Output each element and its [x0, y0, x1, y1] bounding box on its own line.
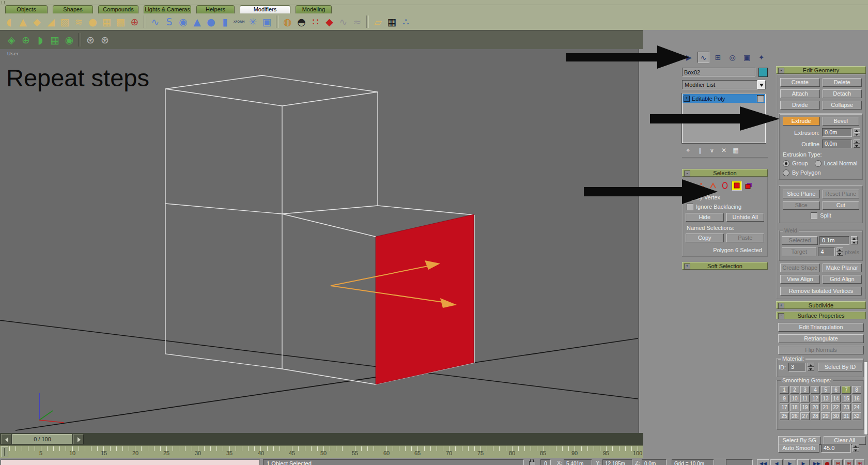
percent-snap-icon[interactable]: ◗: [33, 33, 48, 47]
smoothing-group-button[interactable]: 9: [780, 395, 789, 402]
user-viewport[interactable]: User Repeat steps: [0, 49, 639, 433]
mini-listener[interactable]: [1, 459, 260, 465]
ffd-cylinder-icon[interactable]: ◓: [295, 15, 308, 28]
hide-button[interactable]: Hide: [686, 213, 724, 222]
edge-subobject-icon[interactable]: [708, 181, 718, 191]
chevron-down-icon[interactable]: [757, 80, 766, 89]
material-id-spinner[interactable]: [808, 363, 814, 371]
weld-target-field[interactable]: 4: [818, 247, 835, 256]
panel-scrollbar[interactable]: [864, 362, 868, 435]
make-planar-button[interactable]: Make Planar: [823, 264, 862, 272]
time-slider[interactable]: 0 / 100: [12, 434, 72, 444]
mesh-select-icon[interactable]: ▣: [260, 15, 274, 28]
smoothing-group-button[interactable]: 5: [821, 386, 830, 394]
remove-modifier-icon[interactable]: ✕: [720, 146, 728, 154]
surface-plane-icon[interactable]: ▱: [371, 15, 385, 28]
stack-onoff-toggle[interactable]: [757, 95, 764, 102]
ffd-sphere-icon[interactable]: ◍: [281, 15, 295, 28]
utilities-tab-icon[interactable]: ✦: [755, 52, 767, 63]
polygon-subobject-icon[interactable]: [732, 181, 742, 191]
divide-button[interactable]: Divide: [780, 101, 820, 110]
viewport-label[interactable]: User: [7, 51, 19, 56]
show-end-result-icon[interactable]: ∥: [696, 146, 704, 154]
bones-icon[interactable]: S: [162, 15, 176, 28]
tab-helpers[interactable]: Helpers: [196, 5, 235, 13]
ripple-icon[interactable]: ≋: [72, 15, 86, 28]
ignore-backfacing-checkbox[interactable]: [687, 204, 693, 210]
extrusion-field[interactable]: 0.0m: [822, 128, 852, 137]
expand-icon[interactable]: +: [684, 96, 690, 102]
smoothing-group-button[interactable]: 8: [852, 386, 861, 394]
smoothing-group-button[interactable]: 14: [831, 395, 841, 402]
next-frame-icon[interactable]: ▶: [797, 459, 810, 465]
slice-button[interactable]: Slice: [783, 201, 820, 210]
twist-icon[interactable]: ◆: [30, 15, 44, 28]
smoothing-group-button[interactable]: 17: [780, 404, 789, 411]
material-ids-icon[interactable]: ∴: [399, 15, 413, 28]
delete-button[interactable]: Delete: [823, 78, 862, 87]
tab-shapes[interactable]: Shapes: [53, 5, 93, 13]
collapse-icon[interactable]: -: [684, 171, 690, 177]
smoothing-group-button[interactable]: 19: [800, 404, 810, 411]
create-tab-icon[interactable]: ▶: [683, 52, 695, 63]
next-frame-arrow[interactable]: [73, 434, 84, 444]
tab-modifiers[interactable]: Modifiers: [240, 5, 290, 13]
soft-selection-rollout-header[interactable]: + Soft Selection: [682, 262, 768, 270]
modifier-stack[interactable]: + Editable Poly: [682, 94, 766, 143]
toolbar-separator[interactable]: [366, 16, 369, 28]
cut-button[interactable]: Cut: [823, 201, 860, 210]
select-by-id-button[interactable]: Select By ID: [818, 363, 862, 371]
lattice-icon[interactable]: ▩: [114, 15, 128, 28]
key-mode-icon[interactable]: ●: [823, 459, 832, 465]
smoothing-group-button[interactable]: 1: [780, 386, 789, 394]
spinner-snap-icon[interactable]: ▦: [48, 33, 62, 47]
keyboard-override-icon[interactable]: ◉: [62, 33, 76, 47]
outline-spinner[interactable]: [854, 140, 860, 148]
expand-icon[interactable]: +: [778, 303, 784, 309]
smoothing-group-button[interactable]: 27: [800, 412, 810, 420]
local-normal-radio[interactable]: [815, 160, 822, 167]
weld-threshold-field[interactable]: 0.1m: [819, 236, 849, 245]
hierarchy-tab-icon[interactable]: ⊞: [712, 52, 724, 63]
outline-field[interactable]: 0.0m: [822, 140, 852, 148]
smoothing-group-button[interactable]: 28: [811, 412, 820, 420]
object-color-swatch[interactable]: [758, 68, 768, 77]
weld-target-button[interactable]: Target: [782, 247, 816, 256]
create-button[interactable]: Create: [780, 78, 820, 87]
melt-icon[interactable]: ●: [86, 15, 100, 28]
smoothing-group-button[interactable]: 32: [852, 412, 861, 420]
by-vertex-checkbox[interactable]: [687, 194, 693, 201]
noise-icon[interactable]: ▨: [58, 15, 72, 28]
smoothing-group-button[interactable]: 15: [842, 395, 851, 402]
smoothing-group-button[interactable]: 30: [831, 412, 841, 420]
copy-button[interactable]: Copy: [686, 234, 724, 242]
tab-modeling[interactable]: Modeling: [296, 5, 332, 13]
reset-plane-button[interactable]: Reset Plane: [823, 190, 860, 198]
z-coordinate-field[interactable]: 0.0m: [642, 459, 667, 465]
toolbar-grip[interactable]: [2, 1, 5, 4]
collapse-icon[interactable]: -: [778, 313, 784, 319]
smoothing-group-button[interactable]: 31: [842, 412, 851, 420]
skew-icon[interactable]: ◢: [44, 15, 58, 28]
xform-move-icon[interactable]: ⊕: [128, 15, 142, 28]
weld-target-spinner[interactable]: [836, 247, 843, 256]
angle-snap-icon[interactable]: ⊕: [19, 33, 33, 47]
smoothing-group-button[interactable]: 16: [852, 395, 861, 402]
edit-triangulation-button[interactable]: Edit Triangulation: [778, 323, 864, 332]
smoothing-group-button[interactable]: 20: [811, 404, 820, 411]
mini-grid-icon-1[interactable]: ⊞: [844, 459, 854, 465]
group-radio[interactable]: [783, 160, 789, 167]
meshsmooth-icon[interactable]: ◉: [176, 15, 190, 28]
smoothing-group-button[interactable]: 12: [811, 395, 820, 402]
subdivide-rollout-header[interactable]: + Subdivide: [776, 301, 866, 309]
motion-tab-icon[interactable]: ◎: [726, 52, 738, 63]
soft-selection-icon[interactable]: ∷: [308, 15, 322, 28]
selection-rollout-header[interactable]: - Selection: [682, 169, 768, 177]
tessellate-icon[interactable]: ▲: [190, 15, 204, 28]
prev-frame-icon[interactable]: ◀: [770, 459, 783, 465]
lathe-icon[interactable]: ▮: [218, 15, 232, 28]
tab-lights-cameras[interactable]: Lights & Cameras: [144, 5, 191, 13]
absolute-mode-icon[interactable]: 0: [540, 459, 551, 465]
x-coordinate-field[interactable]: 5.401m: [564, 459, 592, 465]
tab-compounds[interactable]: Compounds: [98, 5, 138, 13]
